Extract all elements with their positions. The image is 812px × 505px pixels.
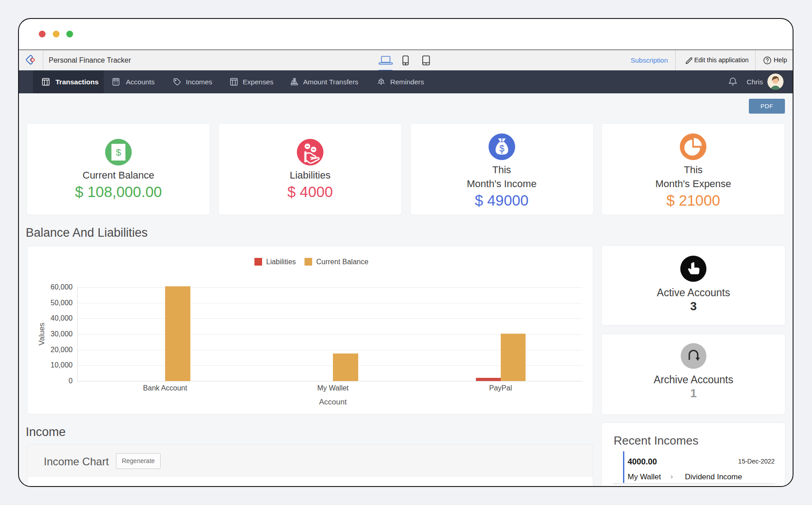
svg-text:$: $ — [116, 147, 121, 157]
